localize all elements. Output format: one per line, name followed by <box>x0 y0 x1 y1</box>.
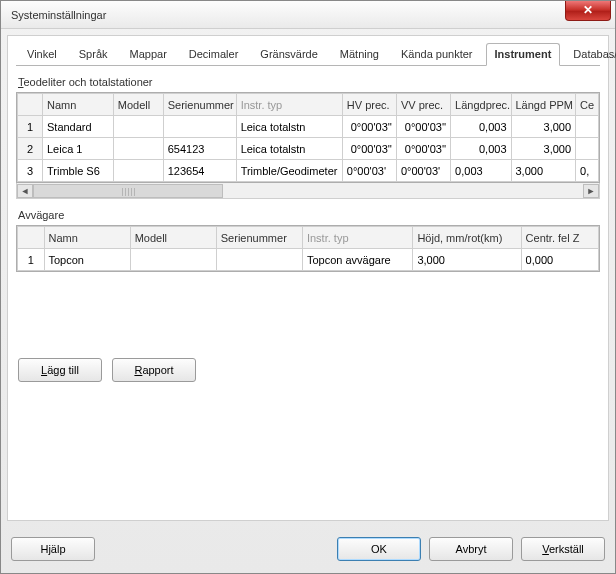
cell-namn[interactable]: Trimble S6 <box>42 160 113 182</box>
row-header[interactable]: 2 <box>18 138 43 160</box>
cell-vv[interactable]: 0°00'03'' <box>396 116 450 138</box>
cell-lp[interactable]: 0,003 <box>451 160 511 182</box>
apply-button[interactable]: Verkställ <box>521 537 605 561</box>
tab-instrument[interactable]: Instrument <box>486 43 561 66</box>
scroll-left-button[interactable]: ◄ <box>17 184 33 198</box>
cell-lp[interactable]: 0,003 <box>451 116 511 138</box>
corner-cell <box>18 94 43 116</box>
cell-ce[interactable]: 0, <box>576 160 599 182</box>
cell-hv[interactable]: 0°00'03'' <box>342 116 396 138</box>
cell-serie[interactable]: 123654 <box>163 160 236 182</box>
grid-avvagare[interactable]: Namn Modell Serienummer Instr. typ Höjd,… <box>16 225 600 272</box>
cell-namn[interactable]: Standard <box>42 116 113 138</box>
cell-typ[interactable]: Leica totalstn <box>236 116 342 138</box>
cell-ppm[interactable]: 3,000 <box>511 116 576 138</box>
cell-lp[interactable]: 0,003 <box>451 138 511 160</box>
grid-teodeliter[interactable]: Namn Modell Serienummer Instr. typ HV pr… <box>16 92 600 183</box>
cell-hv[interactable]: 0°00'03' <box>342 160 396 182</box>
tab-decimaler[interactable]: Decimaler <box>180 43 248 66</box>
cell-ce[interactable] <box>576 138 599 160</box>
section2-label: Avvägare <box>18 209 598 221</box>
col-instr-typ[interactable]: Instr. typ <box>302 227 412 249</box>
cell-serie[interactable]: 654123 <box>163 138 236 160</box>
close-button[interactable]: ✕ <box>565 1 611 21</box>
col-instr-typ[interactable]: Instr. typ <box>236 94 342 116</box>
cell-modell[interactable] <box>113 138 163 160</box>
col-ce[interactable]: Ce <box>576 94 599 116</box>
cell-ppm[interactable]: 3,000 <box>511 160 576 182</box>
col-serienummer[interactable]: Serienummer <box>163 94 236 116</box>
tab-vinkel[interactable]: Vinkel <box>18 43 66 66</box>
scroll-thumb[interactable] <box>33 184 223 198</box>
client-area: Vinkel Språk Mappar Decimaler Gränsvärde… <box>7 35 609 521</box>
col-modell[interactable]: Modell <box>130 227 216 249</box>
blank-area <box>16 272 600 342</box>
cell-serie[interactable] <box>163 116 236 138</box>
table-row[interactable]: 3 Trimble S6 123654 Trimble/Geodimeter 0… <box>18 160 599 182</box>
col-namn[interactable]: Namn <box>42 94 113 116</box>
col-langdprec[interactable]: Längdprec. <box>451 94 511 116</box>
col-modell[interactable]: Modell <box>113 94 163 116</box>
tab-strip: Vinkel Språk Mappar Decimaler Gränsvärde… <box>16 42 600 66</box>
header-row: Namn Modell Serienummer Instr. typ HV pr… <box>18 94 599 116</box>
cell-modell[interactable] <box>130 249 216 271</box>
tab-databas[interactable]: Databas/ArcGIS <box>564 43 616 66</box>
tab-gransvarde[interactable]: Gränsvärde <box>251 43 326 66</box>
scroll-right-button[interactable]: ► <box>583 184 599 198</box>
help-button[interactable]: Hjälp <box>11 537 95 561</box>
cell-serie[interactable] <box>216 249 302 271</box>
cell-modell[interactable] <box>113 160 163 182</box>
col-vv-prec[interactable]: VV prec. <box>396 94 450 116</box>
cancel-button[interactable]: Avbryt <box>429 537 513 561</box>
row-header[interactable]: 3 <box>18 160 43 182</box>
cell-cfz[interactable]: 0,000 <box>521 249 598 271</box>
col-namn[interactable]: Namn <box>44 227 130 249</box>
add-button[interactable]: Lägg till <box>18 358 102 382</box>
table-row[interactable]: 1 Standard Leica totalstn 0°00'03'' 0°00… <box>18 116 599 138</box>
cell-vv[interactable]: 0°00'03' <box>396 160 450 182</box>
col-serienummer[interactable]: Serienummer <box>216 227 302 249</box>
table-row[interactable]: 2 Leica 1 654123 Leica totalstn 0°00'03'… <box>18 138 599 160</box>
corner-cell <box>18 227 45 249</box>
close-icon: ✕ <box>583 3 593 17</box>
cell-typ[interactable]: Leica totalstn <box>236 138 342 160</box>
tab-sprak[interactable]: Språk <box>70 43 117 66</box>
window-title: Systeminställningar <box>11 9 106 21</box>
dialog-window: Systeminställningar ✕ Vinkel Språk Mappa… <box>0 0 616 574</box>
cell-namn[interactable]: Leica 1 <box>42 138 113 160</box>
table-row[interactable]: 1 Topcon Topcon avvägare 3,000 0,000 <box>18 249 599 271</box>
header-row: Namn Modell Serienummer Instr. typ Höjd,… <box>18 227 599 249</box>
col-hojd[interactable]: Höjd, mm/rot(km) <box>413 227 521 249</box>
cell-hv[interactable]: 0°00'03'' <box>342 138 396 160</box>
tab-kanda-punkter[interactable]: Kända punkter <box>392 43 482 66</box>
col-langd-ppm[interactable]: Längd PPM <box>511 94 576 116</box>
report-button[interactable]: Rapport <box>112 358 196 382</box>
cell-modell[interactable] <box>113 116 163 138</box>
action-button-row: Lägg till Rapport <box>16 358 600 382</box>
scroll-track[interactable] <box>33 184 583 198</box>
grid1-hscrollbar[interactable]: ◄ ► <box>16 183 600 199</box>
cell-hojd[interactable]: 3,000 <box>413 249 521 271</box>
dialog-footer: Hjälp OK Avbryt Verkställ <box>1 527 615 573</box>
tab-mappar[interactable]: Mappar <box>121 43 176 66</box>
titlebar: Systeminställningar ✕ <box>1 1 615 29</box>
cell-ppm[interactable]: 3,000 <box>511 138 576 160</box>
col-centr-fel-z[interactable]: Centr. fel Z <box>521 227 598 249</box>
col-hv-prec[interactable]: HV prec. <box>342 94 396 116</box>
cell-typ[interactable]: Trimble/Geodimeter <box>236 160 342 182</box>
cell-namn[interactable]: Topcon <box>44 249 130 271</box>
row-header[interactable]: 1 <box>18 116 43 138</box>
section1-label: Teodeliter och totalstationer <box>18 76 598 88</box>
cell-ce[interactable] <box>576 116 599 138</box>
cell-vv[interactable]: 0°00'03'' <box>396 138 450 160</box>
ok-button[interactable]: OK <box>337 537 421 561</box>
cell-typ[interactable]: Topcon avvägare <box>302 249 412 271</box>
tab-matning[interactable]: Mätning <box>331 43 388 66</box>
row-header[interactable]: 1 <box>18 249 45 271</box>
